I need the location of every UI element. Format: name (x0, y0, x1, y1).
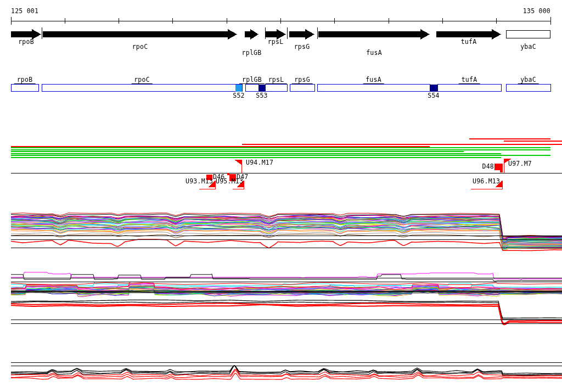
gene-arrow-ybaC[interactable] (507, 31, 550, 38)
marker-flag-down[interactable] (237, 181, 244, 187)
gene-box-rpoB[interactable] (12, 85, 39, 92)
gene-arrow-rpoC[interactable] (43, 29, 237, 40)
marker-flag-down[interactable] (495, 181, 502, 187)
marker-square-D47[interactable] (229, 174, 236, 181)
gene-box-tufA[interactable] (438, 85, 502, 92)
genome-browser-view: 125 001135 000rpoBrpoBrpoCrpoCrplGBrplGB… (0, 0, 562, 392)
marker-square-D48[interactable] (494, 164, 503, 170)
gene-box-rpsL[interactable] (266, 85, 288, 92)
marker-flag-up[interactable] (234, 160, 241, 165)
gene-arrow-fusA[interactable] (318, 29, 430, 40)
marker-square-small (227, 173, 229, 175)
site-square-S54[interactable] (430, 85, 437, 92)
gene-arrow-rpoB[interactable] (11, 29, 41, 40)
gene-box-fusA[interactable] (318, 85, 430, 92)
site-square-S53[interactable] (258, 85, 265, 92)
gene-box-rplGB[interactable] (246, 85, 259, 92)
gene-box-ybaC[interactable] (507, 85, 551, 92)
marker-square-D46[interactable] (206, 175, 212, 180)
marker-square-small (500, 170, 503, 172)
gene-box-rpoC[interactable] (42, 85, 243, 92)
gene-box-rpsG[interactable] (290, 85, 315, 92)
gene-arrow-rplGB[interactable] (245, 29, 258, 40)
marker-flag-down[interactable] (208, 181, 215, 187)
gene-arrow-tufA[interactable] (436, 29, 501, 40)
gene-arrow-rpsG[interactable] (289, 29, 314, 40)
site-square-S52[interactable] (235, 85, 242, 92)
marker-flag-up[interactable] (504, 159, 512, 164)
map-graphics (0, 0, 562, 392)
gene-arrow-rpsL[interactable] (265, 29, 286, 40)
